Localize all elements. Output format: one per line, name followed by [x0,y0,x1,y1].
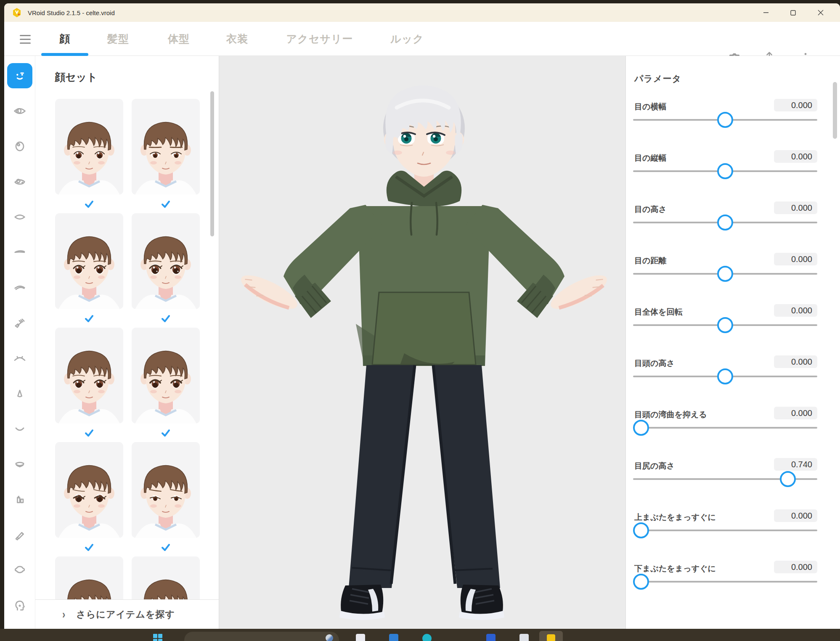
rail-item-eye-shadow[interactable] [7,169,32,194]
slider-handle[interactable] [717,215,733,230]
tab-label: 髪型 [107,32,129,46]
rail-item-lips[interactable] [7,452,32,477]
parameter-label: 目の横幅 [634,101,666,112]
slider-handle[interactable] [633,420,649,436]
tab-体型[interactable]: 体型 [145,22,212,56]
parameter-row: 目全体を回転0.000 [626,307,840,349]
face-preset-thumbnail[interactable] [55,213,123,309]
parameter-label: 上まぶたをまっすぐに [634,512,716,523]
slider-handle[interactable] [633,574,649,590]
chevron-right-icon: › [62,607,65,621]
tab-衣装[interactable]: 衣装 [204,22,271,56]
parameter-value[interactable]: 0.000 [774,304,817,317]
face-outline-icon [13,563,27,577]
tab-label: アクセサリー [286,32,353,46]
tab-アクセサリー[interactable]: アクセサリー [286,22,353,56]
slider-handle[interactable] [717,317,733,333]
face-preset-thumbnail[interactable] [132,99,200,195]
rail-item-eyeline[interactable] [7,310,32,336]
slider-handle[interactable] [717,266,733,282]
vroid-logo-icon [12,8,22,18]
panel-scrollbar[interactable] [210,91,214,236]
slider-handle[interactable] [633,522,649,538]
parameter-row: 目の距離0.000 [626,255,840,297]
taskbar-vroid-active[interactable] [539,631,563,641]
title-bar: VRoid Studio 2.1.5 - celte.vroid [4,3,840,22]
tab-label: 体型 [168,32,190,46]
face-preset-thumbnail[interactable] [132,213,200,309]
find-more-items-label: さらにアイテムを探す [76,608,175,621]
slider-handle[interactable] [717,368,733,384]
start-button[interactable] [153,634,162,641]
taskbar-app-icon[interactable] [422,634,432,641]
parameter-value[interactable]: 0.000 [774,201,817,214]
face-preset-thumbnail[interactable] [132,442,200,538]
rail-item-face-outline[interactable] [7,558,32,583]
rail-item-eye-white[interactable] [7,204,32,230]
parameter-value[interactable]: 0.000 [774,561,817,573]
eye-shadow-icon [13,175,27,189]
character-model [219,56,626,629]
maximize-button[interactable] [782,3,804,22]
parameter-label: 目頭の高さ [634,358,675,369]
tab-label: ルック [390,32,424,46]
parameter-row: 下まぶたをまっすぐに0.000 [626,563,840,605]
slider-handle[interactable] [717,163,733,179]
taskbar-app-icon[interactable] [486,634,496,641]
parameter-label: 目の距離 [634,255,666,266]
rail-item-eyebrow[interactable] [7,240,32,265]
slider-handle[interactable] [780,471,796,487]
parameter-value[interactable]: 0.000 [774,150,817,163]
minimize-button[interactable] [755,3,777,22]
parameters-scrollbar[interactable] [833,82,837,139]
rail-item-mouth[interactable] [7,416,32,442]
rail-item-nose[interactable] [7,381,32,406]
model-viewport[interactable] [219,56,626,629]
panel-title: 顔セット [55,70,98,84]
rail-item-face-set[interactable] [7,63,32,88]
eyelid-icon [13,351,27,366]
face-preset-thumbnail[interactable] [55,328,123,424]
rail-item-eyelash[interactable] [7,275,32,300]
tab-髪型[interactable]: 髪型 [85,22,152,56]
slider-handle[interactable] [717,112,733,128]
taskbar-app-icon[interactable] [356,634,365,641]
eyebrow-icon [13,245,27,260]
close-button[interactable] [810,3,832,22]
slider-track[interactable] [633,530,817,531]
parameter-label: 下まぶたをまっすぐに [634,563,716,574]
parameter-value[interactable]: 0.740 [774,458,817,471]
parameter-value[interactable]: 0.000 [774,355,817,368]
taskbar-app-icon[interactable] [519,634,529,641]
parameters-panel: パラメータ 目の横幅0.000目の縦幅0.000目の高さ0.000目の距離0.0… [626,56,840,629]
rail-item-iris[interactable] [7,134,32,159]
rail-item-head-preset[interactable] [7,593,32,618]
mouth-icon [13,422,27,436]
find-more-items-button[interactable]: › さらにアイテムを探す [35,599,219,629]
parameter-value[interactable]: 0.000 [774,509,817,522]
face-preset-thumbnail[interactable] [55,99,123,195]
slider-track[interactable] [633,581,817,583]
selected-check-icon [132,312,200,326]
parameter-row: 目尻の高さ0.740 [626,461,840,503]
parameter-row: 目の縦幅0.000 [626,153,840,195]
face-preset-thumbnail[interactable] [55,442,123,538]
parameter-value[interactable]: 0.000 [774,99,817,111]
parameter-row: 目の横幅0.000 [626,101,840,143]
windows-taskbar [0,629,840,641]
face-preset-thumbnail[interactable] [132,328,200,424]
parameter-value[interactable]: 0.000 [774,407,817,419]
taskbar-app-icon[interactable] [389,634,398,641]
rail-item-eye[interactable] [7,98,32,124]
eye-icon [13,104,27,118]
nose-icon [13,387,27,401]
rail-item-eyelid[interactable] [7,346,32,371]
taskbar-search[interactable] [184,632,339,641]
rail-item-face-paint[interactable] [7,522,32,548]
selected-check-icon [132,540,200,555]
rail-item-teeth[interactable] [7,487,32,512]
slider-track[interactable] [633,427,817,429]
tab-ルック[interactable]: ルック [374,22,441,56]
parameter-value[interactable]: 0.000 [774,253,817,265]
tab-label: 衣装 [226,32,248,46]
